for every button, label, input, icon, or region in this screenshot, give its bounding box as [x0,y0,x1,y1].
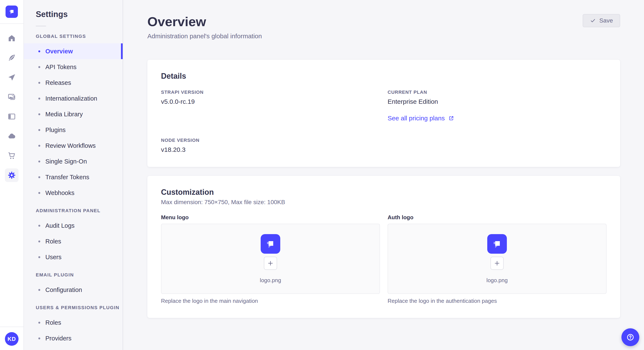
section-label-administration-panel: ADMINISTRATION PANEL [36,208,123,213]
subnav-item-label: Webhooks [45,189,74,196]
field-label: CURRENT PLAN [388,90,606,95]
cloud-icon[interactable] [5,129,18,143]
subnav-item-label: Roles [45,319,61,326]
rail-user-area: KD [0,327,24,350]
rail-brand-area [0,0,24,24]
subnav-item-label: Overview [45,48,73,55]
subnav-item-api-tokens[interactable]: API Tokens [24,59,123,75]
auth-logo-filename: logo.png [486,277,508,284]
subnav-item-email-configuration[interactable]: Configuration [24,282,123,298]
subnav-item-up-providers[interactable]: Providers [24,331,123,346]
menu-logo-dropzone[interactable]: logo.png [161,224,380,294]
auth-logo-label: Auth logo [388,214,606,221]
save-button[interactable]: Save [583,14,620,27]
see-all-pricing-plans-link[interactable]: See all pricing plans [388,115,454,122]
customization-heading: Customization [161,188,606,197]
strapi-logo[interactable] [6,5,18,18]
subnav-item-transfer-tokens[interactable]: Transfer Tokens [24,169,123,185]
bullet-icon [38,145,40,147]
subnav-item-webhooks[interactable]: Webhooks [24,185,123,201]
rail-icon-list [0,24,24,327]
menu-logo-upload: Menu logo [161,214,380,304]
subnav-item-label: Releases [45,79,71,86]
subnav-item-audit-logs[interactable]: Audit Logs [24,218,123,233]
subnav-item-media-library[interactable]: Media Library [24,106,123,122]
field-value: Enterprise Edition [388,98,606,105]
bullet-icon [38,176,40,178]
plus-icon [267,260,274,267]
section-label-email-plugin: EMAIL PLUGIN [36,272,123,278]
question-mark-icon [626,333,635,342]
subnav-item-label: Users [45,254,62,261]
details-card: Details STRAPI VERSION v5.0.0-rc.19 CURR… [147,60,620,167]
home-icon[interactable] [5,31,18,45]
menu-logo-filename: logo.png [260,277,281,284]
subnav-item-review-workflows[interactable]: Review Workflows [24,138,123,154]
subnav-item-label: Transfer Tokens [45,174,89,181]
layout-icon[interactable] [5,110,18,123]
customization-card: Customization Max dimension: 750×750, Ma… [147,176,620,318]
bullet-icon [38,322,40,324]
field-label: STRAPI VERSION [161,90,380,95]
check-icon [590,18,596,24]
subnav-item-admin-users[interactable]: Users [24,249,123,265]
page-subtitle: Administration panel's global informatio… [147,32,262,40]
subnav-item-up-roles[interactable]: Roles [24,315,123,331]
feather-icon[interactable] [5,51,18,65]
customization-constraints: Max dimension: 750×750, Max file size: 1… [161,199,606,206]
menu-logo-caption: Replace the logo in the main navigation [161,298,380,304]
bullet-icon [38,256,40,258]
plus-icon [494,260,501,267]
cart-icon[interactable] [5,149,18,163]
subnav-item-label: Audit Logs [45,222,74,229]
logo-uploads: Menu logo [161,214,606,304]
subnav-item-admin-roles[interactable]: Roles [24,233,123,249]
subnav-item-label: Media Library [45,111,83,118]
subnav-item-label: Review Workflows [45,142,96,149]
subnav-item-single-sign-on[interactable]: Single Sign-On [24,154,123,169]
field-value: v5.0.0-rc.19 [161,98,380,105]
bullet-icon [38,66,40,68]
bullet-icon [38,161,40,163]
auth-logo-dropzone[interactable]: logo.png [388,224,606,294]
subnav-title: Settings [36,10,123,19]
subnav-item-label: Configuration [45,286,82,293]
node-version-field: NODE VERSION v18.20.3 [161,138,380,153]
menu-logo-label: Menu logo [161,214,380,221]
subnav-item-label: Single Sign-On [45,158,87,165]
subnav-item-label: Providers [45,335,72,342]
bullet-icon [38,98,40,100]
current-plan-field: CURRENT PLAN Enterprise Edition See all … [388,90,606,122]
subnav-item-plugins[interactable]: Plugins [24,122,123,138]
avatar[interactable]: KD [5,332,18,346]
save-button-label: Save [599,17,613,24]
section-label-users-permissions-plugin: USERS & PERMISSIONS PLUGIN [36,305,123,311]
add-menu-logo-button[interactable] [264,257,277,270]
gear-icon[interactable] [5,169,18,182]
strapi-logo-icon [264,238,276,250]
bullet-icon [38,240,40,242]
help-button[interactable] [622,328,639,346]
add-auth-logo-button[interactable] [490,257,504,270]
subnav-item-overview[interactable]: Overview [24,43,123,59]
subnav-item-label: Roles [45,238,61,245]
strapi-logo-icon [8,8,16,15]
paper-plane-icon[interactable] [5,71,18,84]
subnav-item-label: Internationalization [45,95,97,102]
subnav-divider [36,26,46,26]
section-label-global-settings: GLOBAL SETTINGS [36,34,123,39]
bullet-icon [38,225,40,227]
settings-subnav: Settings GLOBAL SETTINGS Overview API To… [24,0,123,350]
bullet-icon [38,113,40,115]
pricing-link-label: See all pricing plans [388,115,445,122]
bullet-icon [38,338,40,339]
subnav-item-label: Plugins [45,127,66,134]
auth-logo-preview [487,234,507,254]
menu-logo-preview [261,234,280,254]
external-link-icon [448,115,454,121]
subnav-item-releases[interactable]: Releases [24,75,123,91]
field-value: v18.20.3 [161,146,380,153]
details-grid: STRAPI VERSION v5.0.0-rc.19 CURRENT PLAN… [161,90,606,153]
pictures-icon[interactable] [5,90,18,104]
subnav-item-internationalization[interactable]: Internationalization [24,91,123,106]
